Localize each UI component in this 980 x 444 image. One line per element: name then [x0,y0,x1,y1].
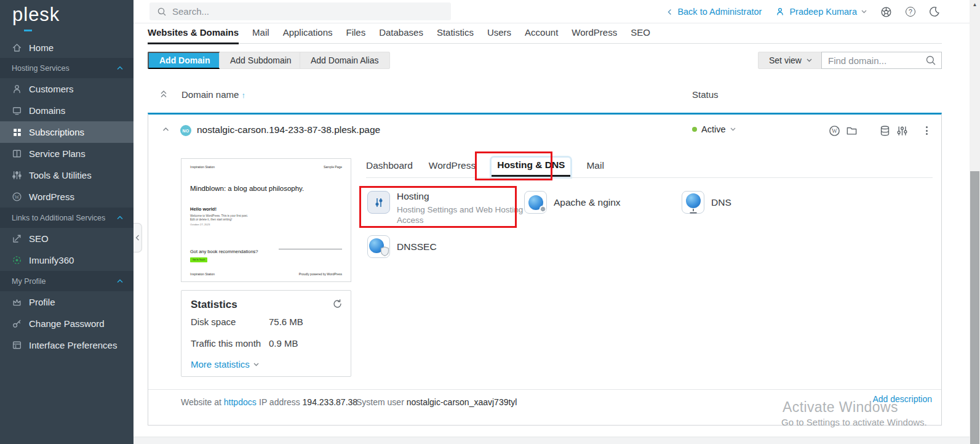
chevron-down-icon [807,59,812,62]
domain-favicon: NO [180,125,191,136]
database-icon[interactable] [879,125,891,137]
set-view-button[interactable]: Set view [758,52,823,69]
main-tabs: Websites & Domains Mail Applications Fil… [148,27,942,44]
tab-mail[interactable]: Mail [252,27,269,43]
vertical-scrollbar[interactable]: ▲ [970,0,980,444]
user-name: Pradeep Kumara [789,7,857,17]
home-icon [12,42,22,53]
sidebar-item-tools-utilities[interactable]: Tools & Utilities [0,164,133,186]
add-domain-alias-button[interactable]: Add Domain Alias [300,52,390,69]
tab-wordpress[interactable]: WordPress [572,27,617,43]
sidebar-item-label: Interface Preferences [29,340,117,350]
sidebar-item-imunify360[interactable]: Imunify360 [0,249,133,271]
add-domain-button[interactable]: Add Domain [148,52,221,69]
hosting-sliders-icon[interactable] [896,125,908,137]
find-domain-input[interactable] [828,55,922,66]
section-label: My Profile [12,277,46,286]
grid-icon [12,127,22,137]
sidebar-item-domains[interactable]: Domains [0,100,133,121]
domain-name-column-header[interactable]: Domain name↑ [181,89,245,100]
back-to-administrator-link[interactable]: Back to Administrator [667,7,762,17]
preview-heading: Mindblown: a blog about philosophy. [190,185,304,192]
preview-post-line: Edit or delete it, then start writing! [190,218,232,221]
book-icon [12,148,22,159]
subtab-hosting-dns[interactable]: Hosting & DNS [492,158,570,177]
apache-nginx-globe-icon [524,191,547,214]
tab-databases[interactable]: Databases [379,27,423,43]
bottom-band [133,437,970,444]
collapse-all-icon[interactable] [160,90,167,98]
chevron-down-icon [861,10,867,14]
sidebar-item-label: Domains [29,105,65,116]
chevron-down-icon [253,363,259,366]
wordpress-icon: W [12,192,22,202]
sidebar-collapse-handle[interactable] [133,223,142,252]
refresh-icon[interactable] [332,299,343,309]
sidebar-section-my-profile[interactable]: My Profile [0,271,133,291]
tab-seo[interactable]: SEO [631,27,650,43]
website-at: Website at httpdocs [181,397,257,407]
stat-value: 0.9 MB [269,338,298,349]
tab-files[interactable]: Files [346,27,366,43]
sidebar-item-change-password[interactable]: Change Password [0,313,133,334]
add-subdomain-button[interactable]: Add Subdomain [219,52,303,69]
search-input[interactable] [172,6,444,17]
wordpress-action-icon[interactable]: W [829,125,840,137]
subtab-dashboard[interactable]: Dashboard [366,160,413,177]
dnssec-shield-globe-icon [367,235,390,258]
dnssec-tile[interactable]: DNSSEC [367,235,437,258]
ip-address: IP address 194.233.87.38 [259,397,357,407]
site-preview-thumbnail[interactable]: Inspiration Station Sample Page Mindblow… [181,158,351,282]
stat-label: Disk space [191,317,269,327]
sliders-icon [12,170,22,180]
help-icon[interactable]: ? [906,7,915,17]
find-domain-box[interactable] [821,52,942,69]
subtab-mail[interactable]: Mail [586,160,604,177]
user-menu[interactable]: Pradeep Kumara [775,7,867,17]
chevron-up-icon [117,66,123,70]
sidebar-item-interface-preferences[interactable]: Interface Preferences [0,334,133,356]
sidebar-item-home[interactable]: Home [0,37,133,58]
more-statistics-link[interactable]: More statistics [191,359,259,369]
tab-statistics[interactable]: Statistics [437,27,474,43]
dark-mode-moon-icon[interactable] [929,6,940,17]
chevron-up-icon [117,279,123,283]
sidebar-section-additional-services[interactable]: Links to Additional Services [0,208,133,228]
sidebar-item-service-plans[interactable]: Service Plans [0,143,133,164]
set-view-label: Set view [769,55,802,65]
global-search[interactable] [149,2,451,20]
row-collapse-chevron-icon[interactable] [162,127,169,132]
apache-nginx-tile[interactable]: Apache & nginx [524,191,621,214]
domain-list-header: Domain name↑ Status [148,86,942,105]
sidebar-item-subscriptions[interactable]: Subscriptions [0,121,133,143]
preview-post-line: Welcome to WordPress. This is your first… [190,214,248,217]
sidebar-item-profile[interactable]: Profile [0,291,133,313]
preview-menu: Sample Page [324,165,342,169]
domain-name-link[interactable]: nostalgic-carson.194-233-87-38.plesk.pag… [197,124,380,135]
dns-tile[interactable]: DNS [682,191,731,214]
scroll-up-icon[interactable]: ▲ [970,2,980,7]
status-badge[interactable]: Active [692,124,736,134]
tab-applications[interactable]: Applications [283,27,333,43]
hosting-tile[interactable]: Hosting Hosting Settings and Web Hosting… [367,191,524,226]
domain-subtabs: Dashboard WordPress Hosting & DNS Mail [366,158,604,177]
preview-post-date: October 27, 2023 [190,223,210,226]
kebab-menu-icon[interactable] [922,124,931,137]
files-folder-icon[interactable] [846,125,858,137]
plesk-logo-accent [24,30,32,31]
sidebar-item-wordpress[interactable]: W WordPress [0,186,133,208]
sidebar-item-customers[interactable]: Customers [0,78,133,100]
status-label: Active [701,124,726,134]
tab-websites-domains[interactable]: Websites & Domains [148,27,239,44]
tab-account[interactable]: Account [525,27,558,43]
httpdocs-link[interactable]: httpdocs [224,397,257,407]
seo-chart-icon [12,233,22,244]
sidebar-section-hosting-services[interactable]: Hosting Services [0,58,133,78]
feedback-ball-icon[interactable] [880,6,892,18]
crown-icon [12,297,22,307]
plesk-logo[interactable]: plesk [12,4,60,26]
sidebar-item-seo[interactable]: SEO [0,228,133,249]
tab-users[interactable]: Users [487,27,511,43]
subtab-wordpress[interactable]: WordPress [429,160,476,177]
scrollbar-thumb[interactable] [970,171,979,444]
